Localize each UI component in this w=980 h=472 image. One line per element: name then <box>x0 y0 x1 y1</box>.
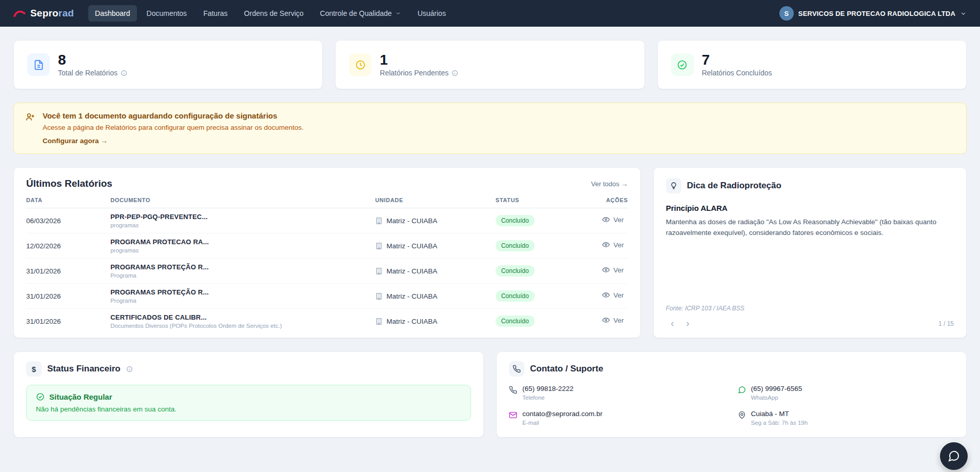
building-icon <box>375 242 383 250</box>
financial-status-title: Situação Regular <box>36 392 461 401</box>
building-icon <box>375 292 383 300</box>
stat-card-relatorios-pendentes: 1 Relatórios Pendentes <box>335 40 644 89</box>
column-header-unidade: UNIDADE <box>375 191 496 208</box>
report-unit: Matriz - CUIABA <box>375 318 492 325</box>
check-circle-icon <box>36 392 45 401</box>
report-date: 06/03/2026 <box>26 208 110 233</box>
dashboard-page: 8 Total de Relatórios 1 Relatórios Pende… <box>0 27 980 438</box>
chevron-left-icon <box>669 320 676 328</box>
eye-icon <box>602 241 610 249</box>
nav-item-label: Controle de Qualidade <box>320 9 392 17</box>
tip-next-button[interactable] <box>681 317 695 330</box>
contact-label: E-mail <box>522 420 602 426</box>
report-document-name: CERTIFICADOS DE CALIBR... <box>110 313 371 321</box>
avatar: S <box>779 6 794 21</box>
nav-item-documentos[interactable]: Documentos <box>140 5 194 22</box>
info-icon[interactable] <box>452 70 458 76</box>
reports-table: DATA DOCUMENTO UNIDADE STATUS AÇÕES 06/0… <box>26 191 628 333</box>
info-icon[interactable] <box>126 366 133 372</box>
contact-value: (65) 99818-2222 <box>522 385 574 392</box>
configure-now-link[interactable]: Configurar agora → <box>43 137 108 145</box>
phone-icon <box>509 361 524 377</box>
column-header-acoes: AÇÕES <box>574 191 628 208</box>
status-badge: Concluído <box>496 265 535 277</box>
radioprotection-tip-card: Dica de Radioproteção Princípio ALARA Ma… <box>653 167 967 338</box>
nav-item-controle-de-qualidade[interactable]: Controle de Qualidade <box>313 5 408 22</box>
view-report-button[interactable]: Ver <box>602 215 623 224</box>
contact-label: Seg a Sáb: 7h às 19h <box>751 420 808 426</box>
stat-value: 8 <box>58 52 127 67</box>
latest-reports-card: Últimos Relatórios Ver todos → DATA DOCU… <box>13 167 641 338</box>
table-row[interactable]: 31/01/2026 CERTIFICADOS DE CALIBR... Doc… <box>26 309 628 334</box>
nav-item-faturas[interactable]: Faturas <box>197 5 234 22</box>
financial-status-text: Não há pendências financeiras em sua con… <box>36 405 461 413</box>
financial-title: Status Financeiro <box>47 364 121 374</box>
contact-support-card: Contato / Suporte (65) 99818-2222 Telefo… <box>496 351 967 438</box>
contact-item-whatsapp[interactable]: (65) 99967-6565 WhatsApp <box>738 385 954 401</box>
contact-title: Contato / Suporte <box>530 364 603 374</box>
chevron-down-icon <box>395 10 401 16</box>
tip-title: Dica de Radioproteção <box>687 181 781 191</box>
view-report-button[interactable]: Ver <box>602 316 623 324</box>
top-navbar: Seprorad Dashboard Documentos Faturas Or… <box>0 0 980 27</box>
phone-icon <box>509 386 517 394</box>
lightbulb-icon <box>666 178 681 193</box>
view-report-button[interactable]: Ver <box>602 266 623 274</box>
email-icon <box>509 411 517 419</box>
view-report-button[interactable]: Ver <box>602 291 623 299</box>
nav-item-usuarios[interactable]: Usuários <box>411 5 453 22</box>
contact-item-location[interactable]: Cuiabá - MT Seg a Sáb: 7h às 19h <box>738 410 954 426</box>
nav-item-ordens-de-servico[interactable]: Ordens de Serviço <box>238 5 310 22</box>
table-row[interactable]: 06/03/2026 PPR-PEP-PGQ-PREVENTEC... prog… <box>26 208 628 233</box>
check-circle-icon <box>671 53 694 76</box>
report-document-name: PROGRAMAS PROTEÇÃO R... <box>110 263 371 271</box>
building-icon <box>375 267 383 275</box>
report-date: 12/02/2026 <box>26 233 110 259</box>
contact-item-email[interactable]: contato@seprorad.com.br E-mail <box>509 410 726 426</box>
report-unit: Matriz - CUIABA <box>375 292 492 300</box>
signatories-alert-banner: Você tem 1 documento aguardando configur… <box>13 103 967 154</box>
report-unit: Matriz - CUIABA <box>375 242 492 250</box>
column-header-status: STATUS <box>496 191 574 208</box>
chat-support-button[interactable] <box>940 442 968 470</box>
report-category: Programa <box>110 272 371 279</box>
chat-bubble-icon <box>948 450 960 462</box>
report-category: programas <box>110 222 371 228</box>
view-all-link[interactable]: Ver todos → <box>591 180 628 188</box>
contact-item-telefone[interactable]: (65) 99818-2222 Telefone <box>509 385 726 401</box>
report-document-name: PROGRAMA PROTECAO RA... <box>110 238 371 246</box>
tip-prev-button[interactable] <box>666 317 679 330</box>
info-icon[interactable] <box>121 70 127 76</box>
account-menu[interactable]: S SERVICOS DE PROTECAO RADIOLOGICA LTDA <box>779 6 967 21</box>
column-header-data: DATA <box>26 191 110 208</box>
tip-heading: Princípio ALARA <box>666 204 954 212</box>
contact-label: WhatsApp <box>751 395 802 401</box>
user-plus-icon <box>25 112 35 145</box>
report-date: 31/01/2026 <box>26 284 110 309</box>
tip-body: Mantenha as doses de radiação "As Low As… <box>666 217 954 239</box>
table-row[interactable]: 12/02/2026 PROGRAMA PROTECAO RA... progr… <box>26 233 628 259</box>
status-badge: Concluído <box>496 316 535 327</box>
eye-icon <box>602 316 610 324</box>
contact-grid: (65) 99818-2222 Telefone (65) 99967-6565… <box>509 385 954 426</box>
table-row[interactable]: 31/01/2026 PROGRAMAS PROTEÇÃO R... Progr… <box>26 284 628 309</box>
building-icon <box>375 217 383 225</box>
stat-value: 1 <box>380 52 458 67</box>
contact-value: Cuiabá - MT <box>751 410 808 418</box>
brand-name: Seprorad <box>30 8 74 19</box>
contact-label: Telefone <box>522 395 574 401</box>
tip-pagination: 1 / 15 <box>938 320 954 327</box>
report-date: 31/01/2026 <box>26 259 110 284</box>
brand-home-link[interactable]: Seprorad <box>13 8 74 19</box>
document-icon <box>27 53 50 76</box>
report-unit: Matriz - CUIABA <box>375 267 492 275</box>
location-pin-icon <box>738 411 746 419</box>
report-unit: Matriz - CUIABA <box>375 217 492 225</box>
table-header-row: DATA DOCUMENTO UNIDADE STATUS AÇÕES <box>26 191 628 208</box>
nav-item-dashboard[interactable]: Dashboard <box>88 5 137 22</box>
report-date: 31/01/2026 <box>26 309 110 334</box>
table-row[interactable]: 31/01/2026 PROGRAMAS PROTEÇÃO R... Progr… <box>26 259 628 284</box>
financial-status-card: $ Status Financeiro Situação Regular Não… <box>13 351 484 438</box>
view-report-button[interactable]: Ver <box>602 241 623 249</box>
main-grid: Últimos Relatórios Ver todos → DATA DOCU… <box>13 167 967 338</box>
